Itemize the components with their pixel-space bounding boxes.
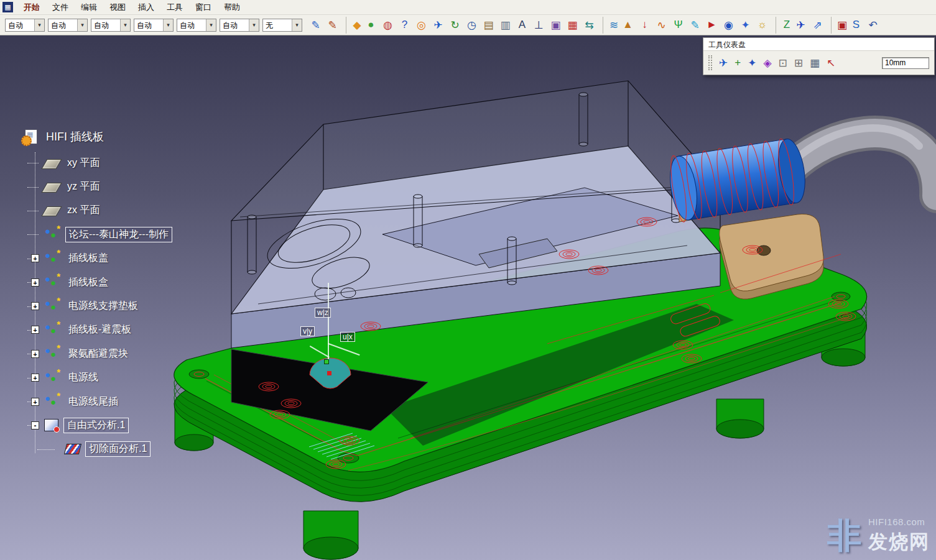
compass-star-icon[interactable]: ✦ xyxy=(737,17,754,34)
menu-item[interactable]: 插入 xyxy=(132,0,160,15)
tree-item-label[interactable]: 电源线支撑垫板 xyxy=(65,299,141,313)
power-cord-cable[interactable] xyxy=(790,128,936,196)
porcupine-icon[interactable]: Ψ xyxy=(670,17,687,34)
auto-combo[interactable]: 自动 ▾ xyxy=(134,19,174,32)
menu-item[interactable]: 帮助 xyxy=(218,0,246,15)
tree-item-label[interactable]: zx 平面 xyxy=(64,203,103,218)
peak-analysis-icon[interactable]: ▲ xyxy=(619,17,636,34)
tree-item-label[interactable]: 插线板盒 xyxy=(65,275,111,290)
tool-dashboard-window[interactable]: 工具仪表盘 ✈+✦◈⊡⊞▦↖ xyxy=(703,37,935,75)
globe-icon[interactable]: ◉ xyxy=(720,17,737,34)
bounding-box-icon[interactable]: ▣ xyxy=(547,17,564,34)
tree-item[interactable]: 论坛---泰山神龙---制作 xyxy=(31,223,172,246)
snap-intersection-icon[interactable]: ◈ xyxy=(763,57,771,70)
tree-item-label[interactable]: 插线板-避震板 xyxy=(65,323,134,337)
bird-view-icon[interactable]: ⇗ xyxy=(809,17,826,34)
grid-zoom-icon[interactable]: ▦ xyxy=(810,57,820,70)
expand-toggle[interactable]: + xyxy=(31,302,39,310)
tree-item[interactable]: zx 平面 xyxy=(31,199,172,223)
axis-system-icon[interactable]: ⊥ xyxy=(531,17,547,34)
expand-toggle[interactable]: - xyxy=(31,421,39,429)
pick-arrow-icon[interactable]: ↖ xyxy=(827,57,835,70)
auto-combo[interactable]: 自动 ▾ xyxy=(48,19,88,32)
tree-item[interactable]: + 插线板盒 xyxy=(31,270,172,294)
chevron-down-icon[interactable]: ▾ xyxy=(206,19,216,31)
add-frame-icon[interactable]: ⊞ xyxy=(794,57,803,70)
insert-diamond-icon[interactable]: ◆ xyxy=(346,17,363,34)
auto-combo[interactable]: 自动 ▾ xyxy=(91,19,131,32)
menu-item[interactable]: 文件 xyxy=(46,0,75,15)
expand-toggle[interactable]: + xyxy=(31,254,39,262)
help-sphere-icon[interactable]: ? xyxy=(396,17,413,34)
z-measure-icon[interactable]: Z xyxy=(776,17,792,34)
update-icon[interactable]: ⇆ xyxy=(581,17,598,34)
tree-root[interactable]: HIFI 插线板 xyxy=(24,122,172,151)
tree-item-label[interactable]: 插线板盖 xyxy=(65,251,111,265)
tree-item[interactable]: + 电源线支撑垫板 xyxy=(31,294,172,318)
tree-item-label[interactable]: 电源线尾插 xyxy=(65,395,121,409)
expand-toggle[interactable]: + xyxy=(31,374,39,382)
mesh-sphere-icon[interactable]: ◍ xyxy=(379,17,396,34)
fly-analysis-icon[interactable]: ✈ xyxy=(792,17,809,34)
tree-item[interactable]: 切除面分析.1 xyxy=(52,438,172,461)
catalog-icon[interactable]: ▤ xyxy=(480,17,497,34)
tree-item-label[interactable]: yz 平面 xyxy=(64,180,103,194)
chevron-down-icon[interactable]: ▾ xyxy=(34,19,44,31)
paint-brush-icon[interactable]: ✎ xyxy=(324,17,341,34)
tree-item[interactable]: yz 平面 xyxy=(31,175,172,198)
auto-combo[interactable]: 无 ▾ xyxy=(262,19,302,32)
chevron-down-icon[interactable]: ▾ xyxy=(292,19,302,31)
chevron-down-icon[interactable]: ▾ xyxy=(120,19,130,31)
sheet-preview-icon[interactable]: ▥ xyxy=(497,17,514,34)
app-icon[interactable]: ▦ xyxy=(2,2,13,12)
auto-combo[interactable]: 自动 ▾ xyxy=(177,19,216,32)
auto-combo[interactable]: 自动 ▾ xyxy=(5,19,45,32)
menu-item[interactable]: 开始 xyxy=(17,0,46,15)
flag-icon[interactable]: ► xyxy=(703,17,720,34)
tree-item[interactable]: xy 平面 xyxy=(31,151,172,175)
frame-icon[interactable]: ⊡ xyxy=(779,57,787,70)
shaded-sphere-icon[interactable]: ● xyxy=(363,17,379,34)
curvature-comb-icon[interactable]: ≋ xyxy=(603,17,619,34)
tree-item[interactable]: + 插线板盖 xyxy=(31,247,172,270)
menu-item[interactable]: 窗口 xyxy=(189,0,218,15)
text-zoom-icon[interactable]: A xyxy=(514,17,531,34)
tree-item[interactable]: - 自由式分析.1 xyxy=(31,413,172,437)
red-grid-icon[interactable]: ▦ xyxy=(564,17,581,34)
menu-item[interactable]: 视图 xyxy=(103,0,132,15)
tree-item[interactable]: + 插线板-避震板 xyxy=(31,318,172,342)
menu-item[interactable]: 工具 xyxy=(160,0,189,15)
snap-node-icon[interactable]: + xyxy=(734,57,741,70)
clock-icon[interactable]: ◷ xyxy=(463,17,480,34)
expand-toggle[interactable]: + xyxy=(31,278,39,287)
tree-item[interactable]: + 电源线尾插 xyxy=(31,390,172,413)
tree-root-label[interactable]: HIFI 插线板 xyxy=(43,129,107,145)
fly-mode-icon[interactable]: ✈ xyxy=(430,17,447,34)
tree-item[interactable]: + 聚氨酯避震块 xyxy=(31,342,172,365)
tree-item-label[interactable]: 电源线 xyxy=(65,370,101,385)
tree-item-label[interactable]: 论坛---泰山神龙---制作 xyxy=(65,227,172,242)
spiral-icon[interactable]: ◎ xyxy=(413,17,430,34)
menu-item[interactable]: 编辑 xyxy=(75,0,103,15)
chevron-down-icon[interactable]: ▾ xyxy=(163,19,173,31)
tree-item-label[interactable]: 切除面分析.1 xyxy=(85,441,151,457)
light-icon[interactable]: ☼ xyxy=(754,17,771,34)
expand-toggle[interactable]: + xyxy=(31,326,39,334)
zigzag-analysis-icon[interactable]: ∿ xyxy=(653,17,670,34)
tree-item-label[interactable]: 聚氨酯避震块 xyxy=(65,347,131,361)
chevron-down-icon[interactable]: ▾ xyxy=(249,19,259,31)
3d-viewport[interactable]: 工具仪表盘 ✈+✦◈⊡⊞▦↖ HIFI 插线板 xy 平面 y xyxy=(0,35,936,560)
render-box-icon[interactable]: ▣ xyxy=(831,17,848,34)
auto-combo[interactable]: 自动 ▾ xyxy=(220,19,259,32)
expand-toggle[interactable]: + xyxy=(31,398,39,406)
tree-item[interactable]: + 电源线 xyxy=(31,366,172,390)
tolerance-input[interactable] xyxy=(882,57,929,69)
snap-point-icon[interactable]: ✦ xyxy=(748,57,756,70)
chevron-down-icon[interactable]: ▾ xyxy=(77,19,87,31)
tree-item-label[interactable]: 自由式分析.1 xyxy=(63,418,129,433)
draft-arrow-icon[interactable]: ↓ xyxy=(636,17,653,34)
style-brush-icon[interactable]: ✎ xyxy=(307,17,324,34)
expand-toggle[interactable]: + xyxy=(31,350,39,358)
tree-item-label[interactable]: xy 平面 xyxy=(64,156,103,170)
rotate-view-icon[interactable]: ↻ xyxy=(447,17,463,34)
